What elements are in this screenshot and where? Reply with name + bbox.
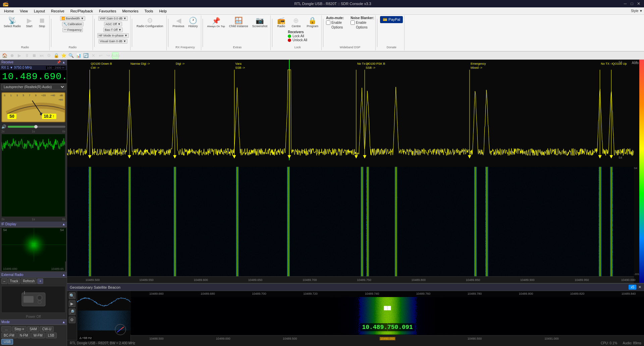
menu-view[interactable]: View bbox=[17, 8, 31, 14]
bottom-waterfall-left: Δ +88 Hz bbox=[77, 291, 131, 341]
icon-bar-star[interactable]: ⭐ bbox=[60, 52, 67, 59]
automute-options-btn[interactable]: Options bbox=[331, 25, 343, 29]
visual-gain-button[interactable]: Visual Gain 0 dB ▼ bbox=[99, 39, 127, 44]
menu-receive[interactable]: Receive bbox=[48, 8, 67, 14]
agc-button[interactable]: AGC Off ▼ bbox=[104, 22, 122, 26]
minimize-button[interactable]: ─ bbox=[623, 1, 628, 6]
menu-rec-playback[interactable]: Rec/Playback bbox=[68, 8, 96, 14]
unlock-all-label[interactable]: Unlock All bbox=[292, 38, 307, 42]
close-button[interactable]: ✕ bbox=[636, 1, 641, 6]
audio-output-select[interactable]: Lautsprecher (Realtek(R) Audio) bbox=[1, 84, 65, 90]
select-radio-button[interactable]: 📡 Select Radio bbox=[2, 16, 22, 29]
icon-bar-lock2[interactable]: 🔒 bbox=[53, 52, 60, 59]
rx-freq-group-label: RX Frequency bbox=[175, 46, 195, 50]
lock-all-label[interactable]: Lock All bbox=[292, 34, 304, 38]
stop-button[interactable]: ⏹ Stop bbox=[36, 16, 48, 29]
icon-bar-close2[interactable]: ✕ bbox=[90, 52, 97, 59]
receive-collapse[interactable]: ▲ bbox=[62, 60, 65, 64]
unlock-all-dot bbox=[288, 39, 291, 42]
icon-bar-auto[interactable]: Auto bbox=[112, 52, 119, 59]
refresh-button[interactable]: Refresh bbox=[21, 278, 37, 284]
mode-sam-button[interactable]: SAM bbox=[27, 326, 39, 332]
bp-zoom-out[interactable]: 🔎 bbox=[69, 308, 75, 315]
mode-usb-button[interactable]: USB bbox=[1, 339, 13, 345]
program-button[interactable]: 🔒 Program bbox=[305, 16, 320, 29]
if-display-label: IF Display bbox=[1, 222, 16, 226]
previous-button[interactable]: ◀ Previous bbox=[171, 16, 186, 29]
receive-pin[interactable]: 📌 bbox=[57, 60, 61, 64]
menu-favourites[interactable]: Favourites bbox=[96, 8, 119, 14]
icon-bar-play[interactable]: ▶ bbox=[16, 52, 23, 59]
volume-row: 🔊 bbox=[0, 124, 67, 130]
icon-bar-stop2[interactable]: ⏹ bbox=[31, 52, 38, 59]
always-on-top-button[interactable]: 📌 Always On Top bbox=[206, 16, 227, 29]
icon-bar-pause[interactable]: ⏸ bbox=[23, 52, 30, 59]
centre-button[interactable]: ⊕ Centre bbox=[290, 16, 302, 29]
icon-bar-undo[interactable]: ↩ bbox=[97, 52, 104, 59]
ext-minus-button[interactable]: – bbox=[1, 278, 7, 284]
mode-more-button[interactable]: ... bbox=[1, 326, 11, 332]
icon-bar-redo[interactable]: ↪ bbox=[105, 52, 111, 59]
rx-label: RX 1 ▼ 9750.0 MHz bbox=[1, 66, 32, 69]
mode-wfm-button[interactable]: W-FM bbox=[31, 333, 45, 338]
if-canvas bbox=[2, 228, 66, 262]
screenshot-button[interactable]: 📷 Screenshot bbox=[251, 16, 269, 29]
child-instance-button[interactable]: 🪟 Child Instance bbox=[227, 16, 250, 29]
bas-t-button[interactable]: Bas-T Off ▼ bbox=[103, 27, 123, 32]
divider8 bbox=[377, 19, 377, 47]
radio-svg bbox=[20, 289, 47, 309]
ext-radio-collapse[interactable]: ▲ bbox=[62, 273, 65, 277]
paypal-button[interactable]: 💳 PayPal bbox=[380, 16, 403, 23]
bp-settings[interactable]: ⚙ bbox=[69, 316, 75, 323]
icon-bar-refresh[interactable]: 🔄 bbox=[83, 52, 89, 59]
mode-collapse[interactable]: ▲ bbox=[62, 320, 65, 324]
bp-zoom-button[interactable]: x5 bbox=[629, 285, 636, 290]
icon-bar-chart[interactable]: 📊 bbox=[75, 52, 82, 59]
history-button[interactable]: 🕐 History bbox=[187, 16, 200, 29]
menu-tools[interactable]: Tools bbox=[142, 8, 156, 14]
nb-enable-checkbox[interactable] bbox=[351, 20, 355, 25]
radio-config-button[interactable]: ⚙ Radio Configuration bbox=[135, 16, 165, 29]
bp-freq-3: 10489.720 bbox=[303, 292, 318, 295]
icon-bar-record[interactable]: ⏺ bbox=[9, 52, 15, 59]
bottom-freq-top: 10489.660 10489.680 10489.700 10489.720 … bbox=[131, 291, 644, 296]
bbf-5: 10491.000 bbox=[544, 337, 559, 340]
freq-tick-8: 10489.900 bbox=[520, 278, 535, 282]
menu-memories[interactable]: Memories bbox=[119, 8, 141, 14]
frequency-button[interactable]: 〰 Frequency bbox=[62, 27, 83, 32]
hf-mode-button[interactable]: HF Mode In-phase ▼ bbox=[97, 33, 129, 38]
if-display-collapse[interactable]: ▲ bbox=[62, 222, 65, 226]
noise-blanker-group: Noise Blanker: Enable Options bbox=[351, 16, 374, 29]
mode-lsb-button[interactable]: LSB bbox=[46, 333, 57, 338]
icon-bar-settings[interactable]: ⚙ bbox=[46, 52, 52, 59]
bp-play[interactable]: ▶ bbox=[69, 300, 75, 307]
start-button[interactable]: ▶ Start bbox=[23, 16, 35, 29]
menu-home[interactable]: Home bbox=[1, 8, 16, 14]
style-button[interactable]: Style ▼ bbox=[631, 9, 643, 13]
automute-enable-checkbox[interactable] bbox=[326, 20, 330, 25]
ext-plus-button[interactable]: + bbox=[37, 278, 43, 284]
radio-lock-button[interactable]: 📻 Radio bbox=[275, 16, 287, 29]
mode-step-button[interactable]: Step ≡ bbox=[12, 326, 26, 332]
geostationary-close[interactable]: ✕ bbox=[638, 285, 641, 289]
icon-bar-forward[interactable]: ⏭ bbox=[38, 52, 45, 59]
freq-tick-9: 10489.950 bbox=[575, 278, 589, 282]
mode-cwu-button[interactable]: CW-U bbox=[40, 326, 54, 332]
volume-slider[interactable] bbox=[8, 126, 65, 128]
frequency-display[interactable]: 10.489.690.000 bbox=[0, 70, 67, 83]
bottom-main-waterfall[interactable]: 10489.660 10489.680 10489.700 10489.720 … bbox=[131, 291, 644, 341]
vhf-gain-button[interactable]: VHF Gain 0.0 dB ▼ bbox=[98, 16, 127, 21]
mode-nfm-button[interactable]: N-FM bbox=[17, 333, 31, 338]
menu-help[interactable]: Help bbox=[156, 8, 169, 14]
mode-bcfm-button[interactable]: BC-FM bbox=[1, 333, 17, 338]
bp-zoom-in[interactable]: 🔍 bbox=[69, 292, 75, 299]
maximize-button[interactable]: □ bbox=[629, 1, 635, 6]
track-button[interactable]: Track bbox=[8, 278, 20, 284]
bandwidth-button[interactable]: 📶 Bandwidth ▼ bbox=[60, 16, 85, 21]
menu-layout[interactable]: Layout bbox=[31, 8, 48, 14]
nb-options-btn[interactable]: Options bbox=[356, 25, 367, 29]
spectrum-area[interactable]: Auto S4 S4 -101 10489.500 10489.550 1048… bbox=[67, 60, 644, 283]
calibration-button[interactable]: 🔧 Calibration bbox=[62, 22, 84, 26]
icon-bar-zoom[interactable]: 🔍 bbox=[68, 52, 74, 59]
icon-bar-home[interactable]: 🏠 bbox=[1, 52, 8, 59]
